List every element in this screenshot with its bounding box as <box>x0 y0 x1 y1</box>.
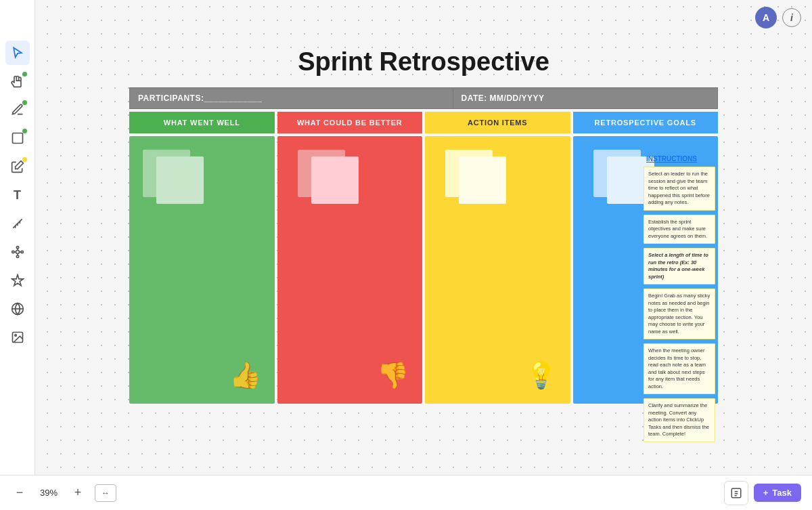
bulb-icon: 💡 <box>525 360 557 390</box>
instruction-step-5: When the meeting owner decides its time … <box>644 343 715 394</box>
col-header-action-items: ACTION ITEMS <box>425 112 570 133</box>
top-bar: A i <box>0 0 812 35</box>
svg-point-18 <box>14 335 16 337</box>
add-task-button[interactable]: + Task <box>754 484 801 502</box>
sticky-note[interactable] <box>459 156 506 204</box>
zoom-out-button[interactable]: − <box>11 484 28 502</box>
col-body-went-well[interactable]: 👍 <box>129 136 275 404</box>
info-button[interactable]: i <box>782 8 801 27</box>
svg-point-7 <box>12 251 14 253</box>
col-body-could-better[interactable]: 👎 <box>277 136 423 404</box>
avatar[interactable]: A <box>755 7 777 28</box>
text-icon[interactable]: T <box>5 183 30 207</box>
date-field[interactable]: DATE: MM/DD/YYYY <box>453 87 719 109</box>
checklist-button[interactable] <box>724 481 748 505</box>
instruction-step-1: Select an leader to run the session and … <box>644 167 715 211</box>
task-plus-icon: + <box>763 488 769 498</box>
instruction-step-6: Clarify and summarize the meeting. Conve… <box>644 398 715 442</box>
connect-icon[interactable] <box>5 240 30 264</box>
svg-marker-1 <box>15 161 23 169</box>
hand-icon[interactable] <box>5 69 30 93</box>
bottom-bar: − 39% + ↔ + Task <box>0 475 812 510</box>
bottom-right-actions: + Task <box>724 481 801 505</box>
page-title: Sprint Retrospective <box>298 47 549 77</box>
col-header-retro-goals: RETROSPECTIVE GOALS <box>573 112 719 133</box>
svg-point-8 <box>21 251 23 253</box>
participants-field[interactable]: PARTICIPANTS:____________ <box>129 87 453 109</box>
sticky-icon[interactable] <box>5 154 30 179</box>
magic-icon[interactable] <box>5 268 30 293</box>
col-header-could-better: WHAT COULD BE BETTER <box>277 112 423 133</box>
board-area: PARTICIPANTS:____________ DATE: MM/DD/YY… <box>129 87 718 404</box>
image-icon[interactable] <box>5 325 30 349</box>
svg-point-6 <box>16 251 19 254</box>
svg-point-11 <box>16 247 18 249</box>
sticky-note[interactable] <box>311 156 359 204</box>
thumbsdown-icon: 👎 <box>377 360 409 390</box>
main-content: Sprint Retrospective PARTICIPANTS:______… <box>35 35 812 475</box>
fit-to-screen-button[interactable]: ↔ <box>95 484 116 502</box>
col-header-went-well: WHAT WENT WELL <box>129 112 275 133</box>
pen-icon[interactable] <box>5 98 30 122</box>
shape-icon[interactable] <box>5 126 30 150</box>
svg-rect-0 <box>12 133 22 144</box>
thumbsup-icon: 👍 <box>229 360 261 390</box>
sticky-note[interactable] <box>156 156 204 204</box>
col-body-action-items[interactable]: 💡 <box>425 136 570 404</box>
task-label: Task <box>772 488 792 498</box>
instruction-step-2: Establish the sprint objectives and make… <box>644 215 715 245</box>
instruction-step-4: Begin! Grab as many sticky notes as need… <box>644 289 715 339</box>
instructions-title: INSTRUCTIONS <box>644 155 715 163</box>
svg-point-12 <box>16 255 18 257</box>
globe-icon[interactable] <box>5 297 30 321</box>
instructions-panel: INSTRUCTIONS Select an leader to run the… <box>644 155 718 442</box>
cursor-icon[interactable] <box>5 41 30 65</box>
zoom-in-button[interactable]: + <box>69 484 87 502</box>
sidebar: T <box>0 0 35 510</box>
columns-body: 👍 👎 💡 📋 <box>129 136 718 404</box>
zoom-level-display: 39% <box>37 488 61 498</box>
header-row: PARTICIPANTS:____________ DATE: MM/DD/YY… <box>129 87 718 109</box>
instruction-step-3: Select a length of time to run the retro… <box>644 248 715 284</box>
columns-header: WHAT WENT WELL WHAT COULD BE BETTER ACTI… <box>129 112 718 133</box>
ruler-icon[interactable] <box>5 211 30 236</box>
